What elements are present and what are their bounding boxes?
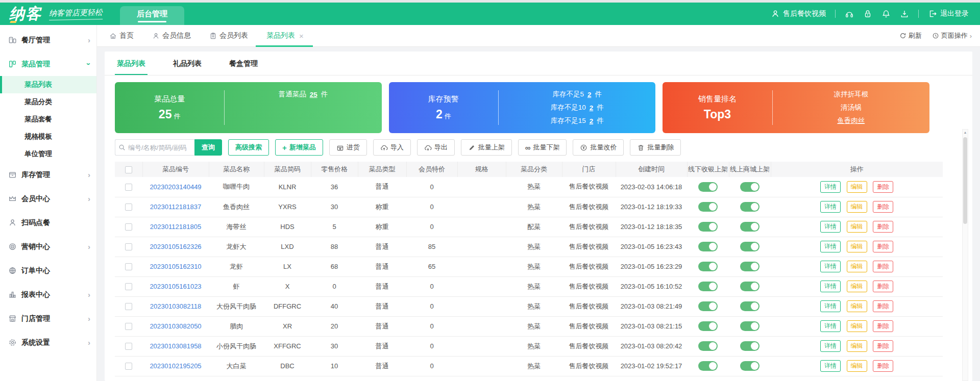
backstage-nav-tab[interactable]: 后台管理: [120, 6, 184, 25]
pos-online-toggle[interactable]: [698, 361, 718, 371]
sidebar-item-dish-management[interactable]: 菜品管理›: [0, 52, 96, 76]
pos-online-toggle[interactable]: [698, 341, 718, 351]
mall-online-toggle[interactable]: [740, 282, 760, 291]
batch-offshelf-button[interactable]: ∞批量下架: [518, 139, 567, 156]
tab-member-list[interactable]: 会员列表: [209, 31, 248, 40]
dish-id-link[interactable]: 20230105161023: [142, 276, 209, 296]
detail-button[interactable]: 详情: [820, 320, 841, 332]
select-all-checkbox[interactable]: [125, 166, 132, 173]
pos-online-toggle[interactable]: [698, 321, 718, 331]
row-checkbox[interactable]: [125, 263, 132, 270]
dish-id-link[interactable]: 20230112181805: [142, 217, 209, 237]
mall-online-toggle[interactable]: [740, 262, 760, 271]
logout-button[interactable]: 退出登录: [928, 9, 969, 18]
stock-under-5-link[interactable]: 2: [587, 91, 592, 98]
mall-online-toggle[interactable]: [740, 202, 760, 212]
detail-button[interactable]: 详情: [820, 201, 841, 213]
vertical-scrollbar[interactable]: ▲: [962, 129, 968, 381]
lock-icon[interactable]: [863, 9, 872, 18]
mall-online-toggle[interactable]: [740, 301, 760, 311]
download-icon[interactable]: [900, 9, 909, 18]
dish-id-link[interactable]: 20230105162326: [142, 237, 209, 257]
delete-button[interactable]: 删除: [873, 221, 893, 233]
batch-price-button[interactable]: 批量改价: [573, 139, 624, 156]
dish-id-link[interactable]: 20230103082118: [142, 296, 209, 316]
row-checkbox[interactable]: [125, 243, 132, 250]
export-button[interactable]: 导出: [417, 139, 455, 156]
sidebar-item-unit-management[interactable]: 单位管理: [0, 145, 96, 163]
sidebar-item-dish-list[interactable]: 菜品列表: [0, 76, 96, 93]
sidebar-item-member-center[interactable]: 会员中心›: [0, 187, 96, 211]
sidebar-item-reports[interactable]: 报表中心›: [0, 283, 96, 307]
headset-icon[interactable]: [845, 9, 854, 18]
purchase-button[interactable]: 进货: [329, 139, 367, 156]
batch-onshelf-button[interactable]: 批量上架: [461, 139, 512, 156]
sidebar-item-dish-category[interactable]: 菜品分类: [0, 93, 96, 111]
delete-button[interactable]: 删除: [873, 181, 893, 193]
row-checkbox[interactable]: [125, 343, 132, 350]
row-checkbox[interactable]: [125, 363, 132, 370]
mall-online-toggle[interactable]: [740, 341, 760, 351]
tab-member-info[interactable]: 会员信息: [152, 31, 191, 40]
row-checkbox[interactable]: [125, 303, 132, 310]
row-checkbox[interactable]: [125, 223, 132, 231]
advanced-search-button[interactable]: 高级搜索: [228, 139, 269, 156]
dish-id-link[interactable]: 20230112181837: [142, 197, 209, 217]
delete-button[interactable]: 删除: [873, 241, 893, 252]
batch-delete-button[interactable]: 批量删除: [630, 139, 681, 156]
subtab-gift-list[interactable]: 礼品列表: [171, 52, 204, 75]
detail-button[interactable]: 详情: [820, 281, 841, 292]
account-menu[interactable]: 售后餐饮视频: [771, 9, 826, 18]
delete-button[interactable]: 删除: [873, 281, 893, 292]
delete-button[interactable]: 删除: [873, 340, 893, 352]
pos-online-toggle[interactable]: [698, 262, 718, 271]
pos-online-toggle[interactable]: [698, 202, 718, 212]
edit-button[interactable]: 编辑: [847, 241, 867, 252]
pos-online-toggle[interactable]: [698, 242, 718, 251]
dish-id-link[interactable]: 20230102195205: [142, 356, 209, 376]
row-checkbox[interactable]: [125, 323, 132, 330]
scroll-up-icon[interactable]: ▲: [964, 131, 967, 134]
sidebar-item-stores[interactable]: 门店管理›: [0, 307, 96, 331]
detail-button[interactable]: 详情: [820, 360, 841, 372]
search-button[interactable]: 查询: [194, 139, 222, 156]
edit-button[interactable]: 编辑: [847, 181, 867, 193]
edit-button[interactable]: 编辑: [847, 261, 867, 272]
sidebar-item-restaurant[interactable]: 餐厅管理›: [0, 28, 96, 52]
mall-online-toggle[interactable]: [740, 361, 760, 371]
page-operations-button[interactable]: 页面操作 ›: [932, 31, 972, 40]
row-checkbox[interactable]: [125, 283, 132, 290]
mall-online-toggle[interactable]: [740, 222, 760, 232]
delete-button[interactable]: 删除: [873, 300, 893, 312]
sidebar-item-dish-combo[interactable]: 菜品套餐: [0, 111, 96, 128]
stock-under-15-link[interactable]: 2: [590, 117, 594, 125]
delete-button[interactable]: 删除: [873, 201, 893, 213]
detail-button[interactable]: 详情: [820, 221, 841, 233]
row-checkbox[interactable]: [125, 184, 132, 191]
close-icon[interactable]: ×: [299, 32, 304, 40]
tab-dish-list[interactable]: 菜品列表 ×: [266, 31, 304, 40]
detail-button[interactable]: 详情: [820, 340, 841, 352]
tab-home[interactable]: 首页: [109, 31, 134, 40]
stock-under-10-link[interactable]: 2: [590, 104, 594, 112]
dish-id-link[interactable]: 20230103081958: [142, 336, 209, 356]
sidebar-item-marketing[interactable]: 营销中心›: [0, 235, 96, 259]
sidebar-item-orders[interactable]: 订单中心: [0, 259, 96, 283]
edit-button[interactable]: 编辑: [847, 221, 867, 233]
subtab-dish-list[interactable]: 菜品列表: [115, 52, 148, 75]
pos-online-toggle[interactable]: [698, 182, 718, 192]
delete-button[interactable]: 删除: [873, 261, 893, 272]
edit-button[interactable]: 编辑: [847, 340, 867, 352]
detail-button[interactable]: 详情: [820, 261, 841, 272]
refresh-button[interactable]: 刷新: [899, 31, 922, 40]
pos-online-toggle[interactable]: [698, 222, 718, 232]
row-checkbox[interactable]: [125, 204, 132, 211]
bell-icon[interactable]: [881, 9, 891, 18]
subtab-mealbox[interactable]: 餐盒管理: [227, 52, 260, 75]
sidebar-item-spec-template[interactable]: 规格模板: [0, 128, 96, 145]
dish-id-link[interactable]: 20230203140449: [142, 177, 209, 197]
mall-online-toggle[interactable]: [740, 182, 760, 192]
mall-online-toggle[interactable]: [740, 242, 760, 251]
sidebar-item-scan-order[interactable]: 扫码点餐: [0, 211, 96, 235]
normal-dish-count-link[interactable]: 25: [310, 91, 317, 98]
